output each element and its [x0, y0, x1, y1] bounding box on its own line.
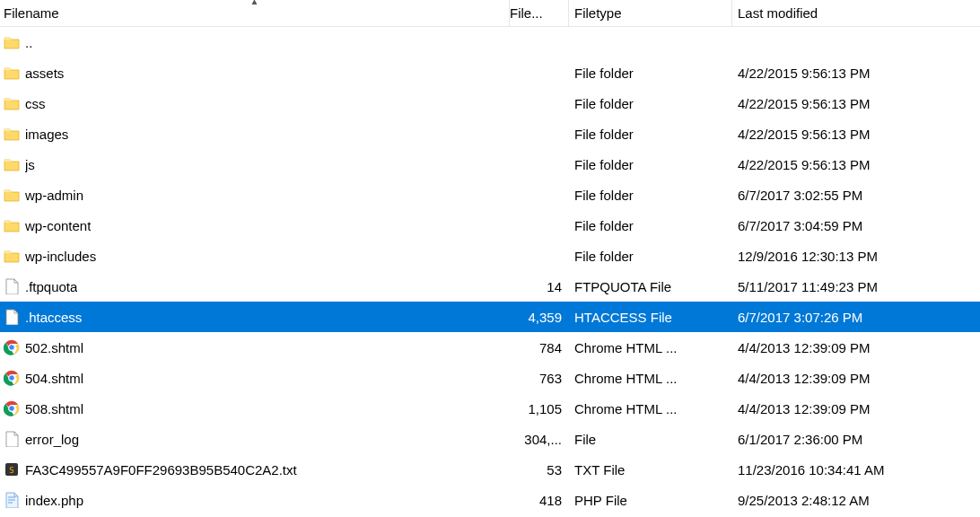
file-type: File folder — [569, 188, 732, 203]
file-type: HTACCESS File — [569, 310, 732, 325]
table-row[interactable]: .ftpquota14FTPQUOTA File5/11/2017 11:49:… — [0, 271, 980, 302]
file-name: css — [25, 96, 46, 111]
table-row[interactable]: wp-contentFile folder6/7/2017 3:04:59 PM — [0, 210, 980, 241]
file-modified: 6/7/2017 3:02:55 PM — [732, 188, 980, 203]
table-row[interactable]: 508.shtml1,105Chrome HTML ...4/4/2013 12… — [0, 393, 980, 424]
file-type: Chrome HTML ... — [569, 340, 732, 355]
txt-icon — [4, 461, 20, 478]
column-header-filename[interactable]: ▲ Filename — [0, 0, 510, 26]
file-modified: 6/7/2017 3:04:59 PM — [732, 218, 980, 233]
blank-icon — [4, 278, 20, 294]
table-row[interactable]: assetsFile folder4/22/2015 9:56:13 PM — [0, 57, 980, 88]
table-row[interactable]: FA3C499557A9F0FF29693B95B540C2A2.txt53TX… — [0, 454, 980, 485]
table-row[interactable]: 502.shtml784Chrome HTML ...4/4/2013 12:3… — [0, 332, 980, 363]
file-size: 763 — [510, 371, 569, 386]
blank-icon — [4, 309, 20, 325]
file-name: wp-includes — [25, 249, 96, 264]
file-name: 504.shtml — [25, 371, 83, 386]
header-label: Filename — [4, 5, 59, 21]
table-row[interactable]: .. — [0, 27, 980, 57]
file-name: wp-admin — [25, 188, 83, 203]
folder-icon — [4, 65, 20, 81]
file-modified: 11/23/2016 10:34:41 AM — [732, 462, 980, 478]
chrome-icon — [4, 339, 20, 355]
folder-icon — [4, 217, 20, 233]
table-row[interactable]: cssFile folder4/22/2015 9:56:13 PM — [0, 88, 980, 118]
php-icon — [4, 492, 20, 508]
file-size: 304,... — [510, 432, 569, 447]
file-name: FA3C499557A9F0FF29693B95B540C2A2.txt — [25, 462, 297, 478]
column-header-lastmod[interactable]: Last modified — [732, 0, 980, 26]
file-modified: 4/4/2013 12:39:09 PM — [732, 401, 980, 416]
file-name: assets — [25, 66, 64, 81]
file-size: 14 — [510, 279, 569, 294]
file-name: js — [25, 157, 35, 172]
folder-icon — [4, 248, 20, 264]
file-type: File folder — [569, 249, 732, 264]
file-modified: 4/22/2015 9:56:13 PM — [732, 127, 980, 142]
file-type: File folder — [569, 218, 732, 233]
file-name: images — [25, 127, 68, 142]
table-row[interactable]: .htaccess4,359HTACCESS File6/7/2017 3:07… — [0, 302, 980, 332]
file-type: FTPQUOTA File — [569, 279, 732, 294]
file-modified: 4/22/2015 9:56:13 PM — [732, 66, 980, 81]
folder-icon — [4, 156, 20, 172]
header-label: Last modified — [738, 5, 818, 21]
table-row[interactable]: 504.shtml763Chrome HTML ...4/4/2013 12:3… — [0, 363, 980, 393]
column-header-row: ▲ Filename File... Filetype Last modifie… — [0, 0, 980, 27]
sort-asc-icon: ▲ — [250, 0, 259, 6]
header-label: Filetype — [574, 5, 622, 21]
file-size: 784 — [510, 340, 569, 355]
file-size: 1,105 — [510, 401, 569, 416]
header-label: File... — [510, 5, 561, 21]
table-row[interactable]: wp-adminFile folder6/7/2017 3:02:55 PM — [0, 180, 980, 210]
file-modified: 12/9/2016 12:30:13 PM — [732, 249, 980, 264]
file-modified: 4/4/2013 12:39:09 PM — [732, 340, 980, 355]
file-type: File — [569, 432, 732, 447]
file-type: File folder — [569, 157, 732, 172]
file-type: Chrome HTML ... — [569, 371, 732, 386]
file-name: .ftpquota — [25, 279, 77, 294]
file-type: Chrome HTML ... — [569, 401, 732, 416]
file-name: 502.shtml — [25, 340, 83, 355]
file-type: File folder — [569, 96, 732, 111]
folder-icon — [4, 34, 20, 50]
file-type: PHP File — [569, 493, 732, 508]
file-modified: 9/25/2013 2:48:12 AM — [732, 493, 980, 508]
file-type: File folder — [569, 127, 732, 142]
folder-icon — [4, 187, 20, 203]
file-name: .htaccess — [25, 310, 82, 325]
file-listing: ▲ Filename File... Filetype Last modifie… — [0, 0, 980, 515]
file-modified: 4/4/2013 12:39:09 PM — [732, 371, 980, 386]
file-name: wp-content — [25, 218, 91, 233]
file-name: error_log — [25, 432, 79, 447]
file-name: .. — [25, 35, 32, 50]
blank-icon — [4, 431, 20, 447]
table-row[interactable]: jsFile folder4/22/2015 9:56:13 PM — [0, 149, 980, 180]
table-row[interactable]: imagesFile folder4/22/2015 9:56:13 PM — [0, 118, 980, 149]
file-modified: 5/11/2017 11:49:23 PM — [732, 279, 980, 294]
column-header-filetype[interactable]: Filetype — [569, 0, 732, 26]
table-row[interactable]: index.php418PHP File9/25/2013 2:48:12 AM — [0, 485, 980, 515]
table-row[interactable]: wp-includesFile folder12/9/2016 12:30:13… — [0, 241, 980, 271]
file-size: 4,359 — [510, 310, 569, 325]
file-size: 418 — [510, 493, 569, 508]
file-type: TXT File — [569, 462, 732, 478]
folder-icon — [4, 126, 20, 142]
file-name: index.php — [25, 493, 83, 508]
folder-icon — [4, 95, 20, 111]
file-modified: 6/1/2017 2:36:00 PM — [732, 432, 980, 447]
file-modified: 4/22/2015 9:56:13 PM — [732, 96, 980, 111]
file-modified: 6/7/2017 3:07:26 PM — [732, 310, 980, 325]
table-row[interactable]: error_log304,...File6/1/2017 2:36:00 PM — [0, 424, 980, 454]
file-name: 508.shtml — [25, 401, 83, 416]
chrome-icon — [4, 400, 20, 416]
file-modified: 4/22/2015 9:56:13 PM — [732, 157, 980, 172]
file-type: File folder — [569, 66, 732, 81]
column-header-filesize[interactable]: File... — [510, 0, 569, 26]
file-size: 53 — [510, 462, 569, 478]
chrome-icon — [4, 370, 20, 386]
